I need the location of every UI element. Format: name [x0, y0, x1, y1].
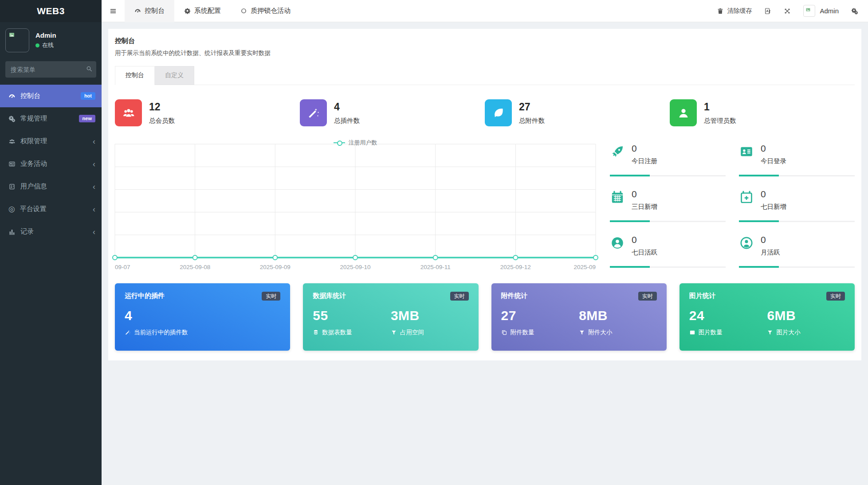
card-database-stats: 数据库统计 实时 55 数据表数量 3MB 占用空间: [303, 283, 478, 351]
stat-total-plugins: 4 总插件数: [300, 99, 485, 126]
id-card-icon: [739, 144, 754, 159]
quick-stat-7day-new: 0 七日新增: [739, 186, 855, 222]
sidebar-user-panel: Admin 在线: [0, 22, 102, 59]
sidebar-item-records[interactable]: 记录 ‹: [0, 220, 102, 243]
quick-stat-today-registered: 0 今日注册: [610, 141, 726, 176]
svg-text:2025-09-10: 2025-09-10: [340, 264, 370, 270]
chart-legend: 注册用户数: [115, 139, 596, 147]
trash-icon: [717, 8, 724, 15]
sidebar-item-general-management[interactable]: 常规管理 new: [0, 107, 102, 130]
realtime-badge: 实时: [826, 292, 845, 301]
user-name: Admin: [35, 31, 56, 39]
member-group-icon: [115, 99, 142, 126]
stat-total-admins: 1 总管理员数: [670, 99, 855, 126]
navbar-tab-system-config[interactable]: 系统配置: [174, 0, 231, 22]
magic-wand-icon: [300, 99, 327, 126]
chevron-left-icon: ‹: [93, 205, 95, 213]
broken-image-icon: [8, 31, 15, 38]
image-icon: [689, 329, 695, 336]
realtime-badge: 实时: [450, 292, 469, 301]
app-logo: WEB3: [0, 0, 102, 22]
sidebar-search-input[interactable]: [5, 61, 96, 78]
admin-user-icon: [670, 99, 697, 126]
clear-cache-button[interactable]: 清除缓存: [717, 7, 752, 15]
legend-line-marker-icon: [334, 142, 345, 143]
gauge-icon: [8, 93, 16, 100]
accent-rule: [739, 175, 855, 176]
circle-icon: [240, 8, 247, 14]
search-button[interactable]: [86, 65, 93, 73]
tab-custom[interactable]: 自定义: [155, 66, 194, 85]
page-title: 控制台: [115, 37, 855, 45]
tab-dashboard[interactable]: 控制台: [115, 66, 155, 85]
navbar-tab-staking-activity[interactable]: 质押锁仓活动: [231, 0, 300, 22]
settings-button[interactable]: [851, 8, 858, 15]
svg-text:2025-09-11: 2025-09-11: [420, 264, 451, 270]
realtime-badge: 实时: [262, 292, 280, 301]
accent-rule: [739, 266, 855, 268]
online-dot-icon: [35, 43, 39, 47]
content-tabs: 控制台 自定义: [115, 66, 855, 85]
fullscreen-arrows-icon: [784, 8, 791, 15]
sidebar-item-business-activity[interactable]: 业务活动 ‹: [0, 153, 102, 175]
broken-image-icon: [805, 7, 811, 12]
navbar-username[interactable]: Admin: [820, 7, 839, 15]
database-icon: [313, 329, 319, 336]
language-icon: [764, 8, 771, 15]
navbar-avatar[interactable]: [803, 5, 815, 17]
svg-text:2025-09: 2025-09: [573, 264, 596, 270]
fullscreen-button[interactable]: [784, 8, 791, 15]
users-icon: [8, 138, 16, 145]
sidebar: WEB3 Admin 在线 控制台 hot 常规管理 new: [0, 0, 102, 485]
top-navbar: 控制台 系统配置 质押锁仓活动 清除缓存 Admin: [102, 0, 868, 22]
magic-wand-icon: [125, 329, 131, 336]
sidebar-item-platform-settings[interactable]: ◎ 平台设置 ‹: [0, 198, 102, 220]
hamburger-icon: [109, 7, 117, 15]
chevron-left-icon: ‹: [93, 137, 95, 145]
copy-icon: [501, 329, 507, 336]
search-icon: [86, 65, 93, 72]
accent-rule: [610, 266, 726, 268]
sidebar-menu: 控制台 hot 常规管理 new 权限管理 ‹ 业务活动 ‹ 用户信息 ‹ ◎ …: [0, 85, 102, 243]
stat-total-members: 12 总会员数: [115, 99, 300, 126]
summary-stats-row: 12 总会员数 4 总插件数 27 总附件数: [115, 99, 855, 126]
hot-badge: hot: [81, 92, 95, 100]
sidebar-item-dashboard[interactable]: 控制台 hot: [0, 85, 102, 107]
filter-icon: [767, 329, 773, 336]
language-button[interactable]: [764, 8, 771, 15]
dashboard-panel: 控制台 用于展示当前系统中的统计数据、统计报表及重要实时数据 控制台 自定义 1…: [108, 29, 861, 360]
main-content: 控制台 用于展示当前系统中的统计数据、统计报表及重要实时数据 控制台 自定义 1…: [102, 22, 868, 485]
chevron-left-icon: ‹: [93, 183, 95, 191]
sidebar-toggle-button[interactable]: [102, 0, 125, 22]
sidebar-item-user-info[interactable]: 用户信息 ‹: [0, 175, 102, 198]
avatar[interactable]: [5, 28, 29, 52]
filter-icon: [391, 329, 397, 336]
gears-icon: [8, 115, 16, 122]
calendar-plus-icon: [739, 190, 754, 205]
sidebar-item-permissions[interactable]: 权限管理 ‹: [0, 130, 102, 153]
registered-users-chart: 注册用户数 09-072025-09-082025-09-092025-09-1…: [115, 140, 596, 273]
accent-rule: [610, 221, 726, 222]
navbar-tab-dashboard[interactable]: 控制台: [125, 0, 174, 22]
gear-icon: [184, 8, 191, 14]
chart-icon: [8, 228, 16, 235]
user-circle-icon: [610, 235, 625, 250]
leaf-icon: [485, 99, 512, 126]
bullseye-icon: ◎: [8, 204, 15, 214]
filter-icon: [579, 329, 585, 336]
realtime-badge: 实时: [638, 292, 657, 301]
svg-text:09-07: 09-07: [115, 264, 130, 270]
quick-stat-month-active: 0 月活跃: [739, 232, 855, 268]
svg-text:2025-09-08: 2025-09-08: [180, 264, 210, 270]
user-circle-outline-icon: [739, 235, 754, 250]
new-badge: new: [79, 115, 95, 122]
gears-icon: [851, 8, 858, 15]
user-card-icon: [8, 183, 16, 190]
quick-stat-3day-new: 0 三日新增: [610, 186, 726, 222]
svg-text:2025-09-09: 2025-09-09: [260, 264, 291, 270]
rocket-icon: [610, 144, 625, 159]
svg-text:2025-09-12: 2025-09-12: [500, 264, 531, 270]
quick-stats-grid: 0 今日注册 0 今日登录: [610, 141, 855, 273]
accent-rule: [610, 175, 726, 176]
chevron-left-icon: ‹: [93, 228, 95, 236]
